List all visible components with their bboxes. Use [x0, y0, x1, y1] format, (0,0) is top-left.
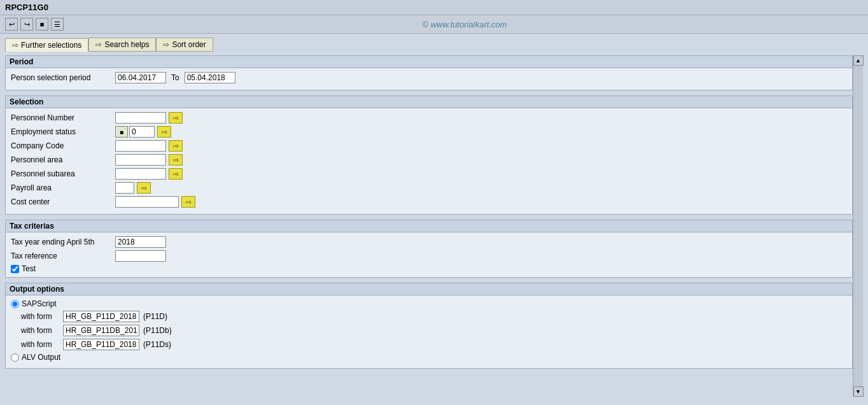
sapscript-radio[interactable] [11, 300, 19, 308]
period-row: Person selection period To [11, 72, 847, 83]
cost-center-label: Cost center [11, 197, 113, 206]
title-bar: RPCP11G0 [0, 0, 868, 15]
payroll-area-arrow-btn[interactable]: ⇨ [137, 182, 151, 194]
period-to-input[interactable] [185, 72, 235, 83]
tax-criterias-section: Tax criterias Tax year ending April 5th … [5, 220, 853, 278]
form-p11db-row: with form (P11Db) [11, 325, 847, 336]
tab-search-helps[interactable]: ⇨ Search helps [88, 38, 156, 52]
alv-output-radio[interactable] [11, 353, 19, 362]
company-code-arrow-btn[interactable]: ⇨ [169, 140, 183, 152]
emp-status-icon[interactable]: ■ [115, 126, 128, 138]
form-p11d-input[interactable] [63, 311, 139, 322]
period-from-input[interactable] [115, 72, 166, 83]
personnel-area-input[interactable] [115, 154, 166, 166]
tax-year-label: Tax year ending April 5th [11, 238, 113, 246]
tax-reference-input[interactable] [115, 250, 166, 262]
personnel-number-row: Personnel Number ⇨ [11, 112, 847, 124]
tab-search-label: Search helps [104, 40, 149, 49]
tax-year-input[interactable] [115, 236, 166, 248]
nav-tabs: ⇨ Further selections ⇨ Search helps ⇨ So… [0, 34, 868, 52]
forward-icon[interactable]: ↪ [20, 18, 33, 31]
personnel-area-arrow-btn[interactable]: ⇨ [169, 154, 183, 166]
form-p11ds-input[interactable] [63, 339, 139, 350]
tab-sort-arrow: ⇨ [163, 40, 169, 49]
tax-reference-label: Tax reference [11, 252, 113, 260]
scrollbar-track[interactable] [853, 66, 863, 387]
period-to-label: To [171, 73, 179, 82]
tab-further-selections[interactable]: ⇨ Further selections [5, 38, 88, 52]
tab-sort-order[interactable]: ⇨ Sort order [156, 38, 213, 52]
payroll-area-label: Payroll area [11, 183, 113, 192]
toolbar: ↩ ↪ ■ ☰ © www.tutorialkart.com [0, 15, 868, 34]
employment-status-label: Employment status [11, 127, 113, 136]
form-p11db-input[interactable] [63, 325, 139, 336]
test-checkbox[interactable] [11, 265, 19, 273]
personnel-number-input[interactable] [115, 112, 166, 124]
save-icon[interactable]: ■ [36, 18, 48, 31]
tab-further-arrow: ⇨ [12, 41, 18, 50]
tax-criterias-body: Tax year ending April 5th Tax reference … [6, 232, 852, 277]
personnel-subarea-arrow-btn[interactable]: ⇨ [169, 168, 183, 180]
selection-section: Selection Personnel Number ⇨ Employment … [5, 96, 853, 215]
personnel-subarea-label: Personnel subarea [11, 169, 113, 178]
tax-reference-row: Tax reference [11, 250, 847, 262]
form-p11ds-code-label: (P11Ds) [143, 340, 171, 349]
scrollbar: ▲ ▼ [853, 55, 863, 397]
back-icon[interactable]: ↩ [5, 18, 18, 31]
personnel-area-label: Personnel area [11, 155, 113, 164]
scroll-up-btn[interactable]: ▲ [853, 55, 864, 66]
output-options-header: Output options [6, 283, 852, 295]
employment-status-input[interactable] [129, 126, 155, 138]
period-section-header: Period [6, 56, 852, 68]
form-p11ds-row: with form (P11Ds) [11, 339, 847, 350]
form-p11d-row: with form (P11D) [11, 311, 847, 322]
employment-status-arrow-btn[interactable]: ⇨ [157, 126, 171, 138]
selection-section-header: Selection [6, 96, 852, 108]
test-checkbox-label: Test [22, 264, 36, 273]
tab-search-arrow: ⇨ [95, 40, 102, 49]
form-p11db-code-label: (P11Db) [143, 326, 172, 335]
page-title: RPCP11G0 [5, 3, 48, 12]
output-options-body: SAPScript with form (P11D) with form (P1… [6, 295, 852, 368]
tab-further-label: Further selections [21, 41, 81, 50]
test-checkbox-row: Test [11, 264, 847, 273]
personnel-subarea-input[interactable] [115, 168, 166, 180]
content-area: Period Person selection period To Select… [5, 55, 853, 397]
sapscript-radio-row: SAPScript [11, 299, 847, 308]
employment-status-row: Employment status ■ ⇨ [11, 126, 847, 138]
selection-section-body: Personnel Number ⇨ Employment status ■ ⇨… [6, 108, 852, 214]
payroll-area-row: Payroll area ⇨ [11, 182, 847, 194]
watermark: © www.tutorialkart.com [66, 20, 863, 29]
alv-output-row: ALV Output [11, 353, 847, 362]
personnel-area-row: Personnel area ⇨ [11, 154, 847, 166]
period-field-label: Person selection period [11, 73, 113, 82]
main-content: Period Person selection period To Select… [0, 52, 868, 401]
company-code-input[interactable] [115, 140, 166, 152]
output-options-section: Output options SAPScript with form (P11D… [5, 283, 853, 369]
form-p11d-with-label: with form [21, 312, 59, 321]
alv-output-label: ALV Output [22, 353, 60, 362]
personnel-subarea-row: Personnel subarea ⇨ [11, 168, 847, 180]
company-code-row: Company Code ⇨ [11, 140, 847, 152]
cost-center-arrow-btn[interactable]: ⇨ [181, 196, 195, 208]
scroll-down-btn[interactable]: ▼ [853, 387, 864, 397]
cost-center-input[interactable] [115, 196, 179, 208]
form-p11db-with-label: with form [21, 326, 59, 335]
period-section-body: Person selection period To [6, 68, 852, 90]
emp-status-controls: ■ [115, 126, 155, 138]
period-section: Period Person selection period To [5, 55, 853, 90]
tax-year-row: Tax year ending April 5th [11, 236, 847, 248]
personnel-number-arrow-btn[interactable]: ⇨ [169, 112, 183, 124]
tab-sort-label: Sort order [172, 40, 206, 49]
form-p11ds-with-label: with form [21, 340, 59, 349]
sapscript-label: SAPScript [22, 299, 57, 308]
menu-icon[interactable]: ☰ [51, 18, 64, 31]
cost-center-row: Cost center ⇨ [11, 196, 847, 208]
form-p11d-code-label: (P11D) [143, 312, 167, 321]
company-code-label: Company Code [11, 141, 113, 150]
personnel-number-label: Personnel Number [11, 113, 113, 122]
payroll-area-input[interactable] [115, 182, 134, 194]
tax-criterias-header: Tax criterias [6, 220, 852, 232]
